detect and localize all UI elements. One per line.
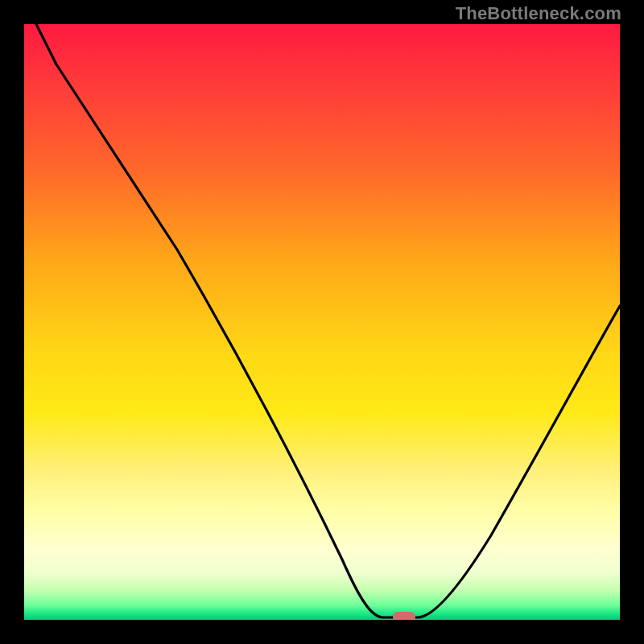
bottleneck-curve-layer — [24, 24, 620, 620]
optimal-marker-icon — [393, 612, 415, 620]
chart-frame: TheBottleneck.com — [0, 0, 644, 644]
watermark-text: TheBottleneck.com — [456, 3, 621, 24]
bottleneck-curve — [24, 24, 620, 617]
plot-area — [24, 24, 620, 620]
